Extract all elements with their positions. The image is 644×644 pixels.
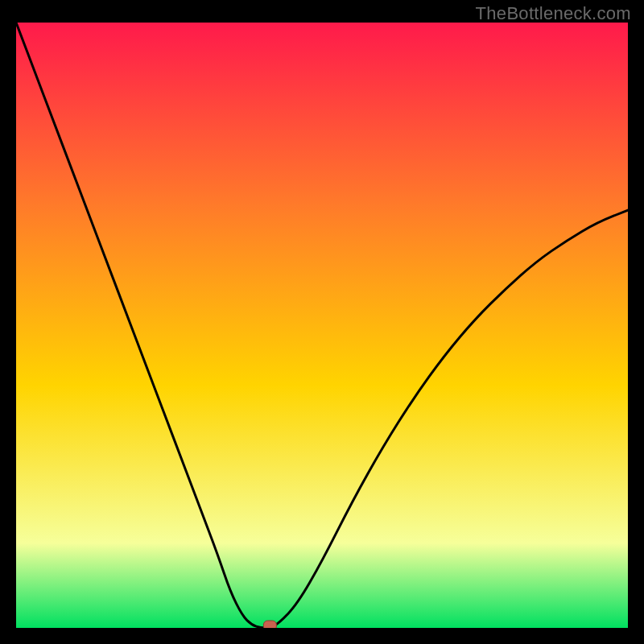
minimum-marker (263, 621, 276, 628)
bottleneck-curve-chart (16, 23, 628, 628)
chart-frame: TheBottleneck.com (0, 0, 644, 644)
chart-background-gradient (16, 23, 628, 628)
watermark-text: TheBottleneck.com (476, 3, 631, 24)
